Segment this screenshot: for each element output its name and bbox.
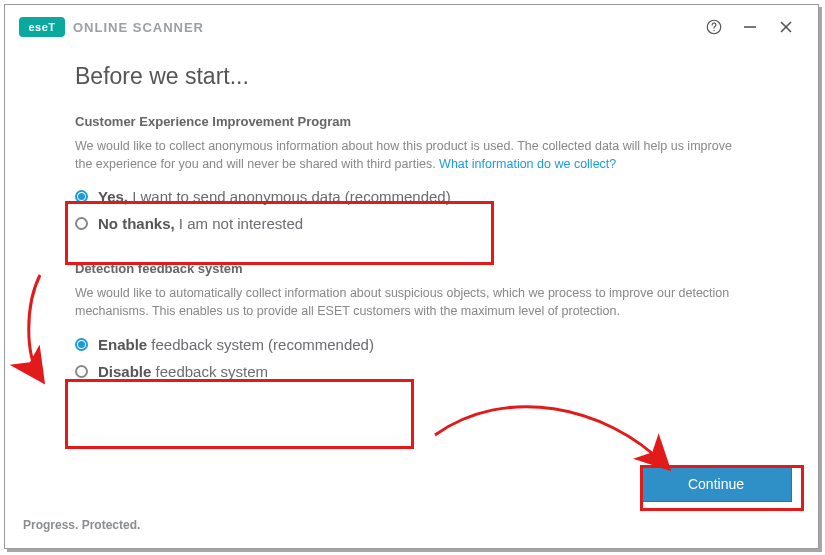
ceip-no-rest: I am not interested (175, 215, 303, 232)
minimize-button[interactable] (732, 9, 768, 45)
ceip-no-bold: No thanks, (98, 215, 175, 232)
dfs-disable-bold: Disable (98, 363, 151, 380)
dfs-enable-label: Enable feedback system (recommended) (98, 336, 374, 353)
svg-point-1 (713, 30, 714, 31)
close-button[interactable] (768, 9, 804, 45)
dfs-options: Enable feedback system (recommended) Dis… (75, 331, 748, 385)
ceip-no-option[interactable]: No thanks, I am not interested (75, 210, 748, 237)
dfs-disable-option[interactable]: Disable feedback system (75, 358, 748, 385)
ceip-desc-text: We would like to collect anonymous infor… (75, 139, 732, 171)
content-area: Before we start... Customer Experience I… (5, 49, 818, 385)
radio-unselected-icon (75, 365, 88, 378)
ceip-description: We would like to collect anonymous infor… (75, 137, 748, 173)
ceip-yes-bold: Yes, (98, 188, 128, 205)
ceip-yes-label: Yes, I want to send anonymous data (reco… (98, 188, 451, 205)
brand-name: ONLINE SCANNER (73, 20, 204, 35)
dfs-description: We would like to automatically collect i… (75, 284, 748, 320)
page-title: Before we start... (75, 63, 748, 90)
ceip-info-link[interactable]: What information do we collect? (439, 157, 616, 171)
dfs-disable-rest: feedback system (151, 363, 268, 380)
dfs-enable-bold: Enable (98, 336, 147, 353)
continue-button[interactable]: Continue (640, 466, 792, 502)
help-icon (705, 18, 723, 36)
app-window: eseT ONLINE SCANNER Before we start... C… (4, 4, 819, 549)
brand-logo: eseT ONLINE SCANNER (19, 17, 204, 37)
ceip-yes-option[interactable]: Yes, I want to send anonymous data (reco… (75, 183, 748, 210)
annotation-highlight (65, 379, 414, 449)
ceip-section: Customer Experience Improvement Program … (75, 114, 748, 237)
dfs-disable-label: Disable feedback system (98, 363, 268, 380)
ceip-title: Customer Experience Improvement Program (75, 114, 748, 129)
titlebar: eseT ONLINE SCANNER (5, 5, 818, 49)
dfs-title: Detection feedback system (75, 261, 748, 276)
dfs-enable-option[interactable]: Enable feedback system (recommended) (75, 331, 748, 358)
radio-selected-icon (75, 190, 88, 203)
minimize-icon (743, 20, 757, 34)
ceip-no-label: No thanks, I am not interested (98, 215, 303, 232)
dfs-enable-rest: feedback system (recommended) (147, 336, 374, 353)
footer-tagline: Progress. Protected. (23, 518, 140, 532)
help-button[interactable] (696, 9, 732, 45)
dfs-section: Detection feedback system We would like … (75, 261, 748, 384)
radio-unselected-icon (75, 217, 88, 230)
ceip-yes-rest: I want to send anonymous data (recommend… (128, 188, 451, 205)
brand-badge: eseT (19, 17, 65, 37)
radio-selected-icon (75, 338, 88, 351)
close-icon (779, 20, 793, 34)
ceip-options: Yes, I want to send anonymous data (reco… (75, 183, 748, 237)
